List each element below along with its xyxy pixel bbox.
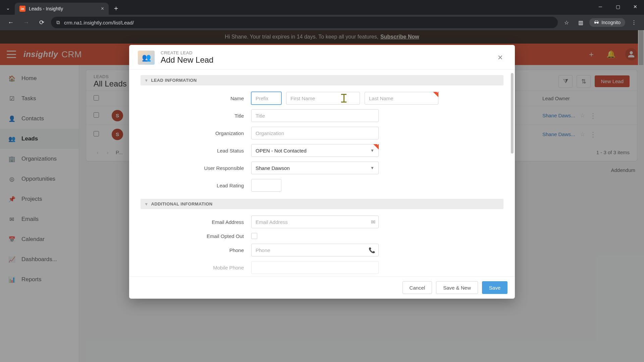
chevron-down-icon: ▾: [145, 201, 148, 206]
prefix-input[interactable]: [251, 92, 281, 105]
form-row-title: Title: [129, 107, 515, 124]
form-row-user-responsible: User Responsible Shane Dawson ▼: [129, 159, 515, 177]
form-row-name: Name: [129, 89, 515, 107]
title-input[interactable]: [251, 109, 379, 122]
browser-chrome: ⌄ in Leads - Insightly × ＋ ─ ▢ ✕ ← → ⟳ ⧉…: [0, 0, 644, 30]
label-email: Email Address: [129, 219, 247, 225]
browser-tab[interactable]: in Leads - Insightly ×: [15, 3, 109, 15]
email-icon: ✉: [371, 219, 375, 225]
window-close-button[interactable]: ✕: [627, 0, 644, 13]
email-opted-out-checkbox[interactable]: [251, 233, 257, 239]
address-bar-row: ← → ⟳ ⧉ crm.na1.insightly.com/list/Lead/…: [0, 15, 644, 30]
cancel-button[interactable]: Cancel: [402, 281, 432, 294]
first-name-input[interactable]: [286, 92, 360, 105]
label-mobile-phone: Mobile Phone: [129, 265, 247, 270]
modal-header: 👥 CREATE LEAD Add New Lead ×: [129, 45, 515, 70]
mobile-phone-input[interactable]: [251, 261, 379, 274]
modal-title: Add New Lead: [161, 55, 213, 65]
form-row-organization: Organization: [129, 124, 515, 142]
bookmark-star-button[interactable]: ☆: [561, 17, 572, 28]
chrome-menu-button[interactable]: ⋮: [629, 17, 639, 28]
window-maximize-button[interactable]: ▢: [609, 0, 627, 13]
modal-lead-icon: 👥: [138, 51, 155, 65]
user-responsible-value: Shane Dawson: [256, 165, 290, 171]
tab-close-button[interactable]: ×: [101, 6, 104, 12]
nav-back-button[interactable]: ←: [5, 16, 17, 28]
label-lead-status: Lead Status: [129, 148, 247, 154]
section-additional-information[interactable]: ▾ ADDITIONAL INFORMATION: [141, 199, 503, 209]
organization-input[interactable]: [251, 127, 379, 139]
user-responsible-select[interactable]: Shane Dawson ▼: [251, 162, 379, 174]
tab-title: Leads - Insightly: [29, 6, 63, 11]
phone-icon: 📞: [369, 247, 375, 253]
nav-forward-button[interactable]: →: [20, 16, 32, 28]
form-row-lead-status: Lead Status OPEN - Not Contacted ▼: [129, 142, 515, 159]
url-text: crm.na1.insightly.com/list/Lead/: [64, 20, 134, 25]
tab-strip: ⌄ in Leads - Insightly × ＋ ─ ▢ ✕: [0, 0, 644, 15]
modal-title-block: CREATE LEAD Add New Lead: [161, 50, 213, 65]
form-row-lead-rating: Lead Rating: [129, 177, 515, 194]
last-name-input[interactable]: [365, 92, 438, 105]
label-organization: Organization: [129, 130, 247, 136]
site-info-icon[interactable]: ⧉: [56, 19, 60, 25]
label-email-opted-out: Email Opted Out: [129, 233, 247, 239]
form-row-mobile-phone: Mobile Phone: [129, 259, 515, 276]
section-label: ADDITIONAL INFORMATION: [151, 201, 212, 206]
modal-scrollbar[interactable]: [511, 73, 514, 154]
window-minimize-button[interactable]: ─: [592, 0, 609, 13]
tab-search-button[interactable]: ⌄: [3, 3, 13, 13]
save-button[interactable]: Save: [482, 281, 507, 294]
label-user-responsible: User Responsible: [129, 165, 247, 171]
chevron-down-icon: ▾: [145, 78, 148, 83]
toolbar-right: ☆ ▥ 🕶 Incognito ⋮: [561, 17, 639, 28]
section-label: LEAD INFORMATION: [151, 78, 197, 83]
form-row-email-opted-out: Email Opted Out: [129, 231, 515, 241]
label-phone: Phone: [129, 247, 247, 253]
tab-favicon: in: [19, 6, 25, 12]
form-row-phone: Phone 📞: [129, 241, 515, 259]
section-lead-information[interactable]: ▾ LEAD INFORMATION: [141, 75, 503, 85]
incognito-indicator[interactable]: 🕶 Incognito: [589, 18, 625, 27]
lead-status-value: OPEN - Not Contacted: [256, 148, 307, 154]
app-viewport: Hi Shane. Your trial expires in 14 days.…: [0, 30, 644, 362]
phone-input[interactable]: [251, 244, 379, 256]
caret-down-icon: ▼: [370, 148, 374, 153]
email-input[interactable]: [251, 216, 379, 228]
label-lead-rating: Lead Rating: [129, 183, 247, 188]
modal-close-button[interactable]: ×: [494, 51, 506, 64]
sidepanel-button[interactable]: ▥: [575, 17, 586, 28]
incognito-label: Incognito: [601, 20, 621, 25]
incognito-icon: 🕶: [594, 20, 599, 25]
nav-reload-button[interactable]: ⟳: [36, 16, 48, 28]
lead-status-select[interactable]: OPEN - Not Contacted ▼: [251, 144, 379, 157]
caret-down-icon: ▼: [370, 166, 374, 170]
lead-rating-input[interactable]: [251, 179, 281, 192]
modal-footer: Cancel Save & New Save: [129, 276, 515, 299]
modal-body: ▾ LEAD INFORMATION Name Title Organi: [129, 70, 515, 276]
add-lead-modal: 👥 CREATE LEAD Add New Lead × ▾ LEAD INFO…: [129, 45, 515, 299]
save-and-new-button[interactable]: Save & New: [436, 281, 478, 294]
label-name: Name: [129, 96, 247, 101]
form-row-email: Email Address ✉: [129, 213, 515, 231]
window-controls: ─ ▢ ✕: [592, 0, 644, 13]
address-bar[interactable]: ⧉ crm.na1.insightly.com/list/Lead/: [51, 17, 558, 28]
label-title: Title: [129, 113, 247, 119]
new-tab-button[interactable]: ＋: [111, 3, 121, 13]
modal-eyebrow: CREATE LEAD: [161, 50, 213, 55]
text-cursor-icon: [343, 94, 344, 103]
